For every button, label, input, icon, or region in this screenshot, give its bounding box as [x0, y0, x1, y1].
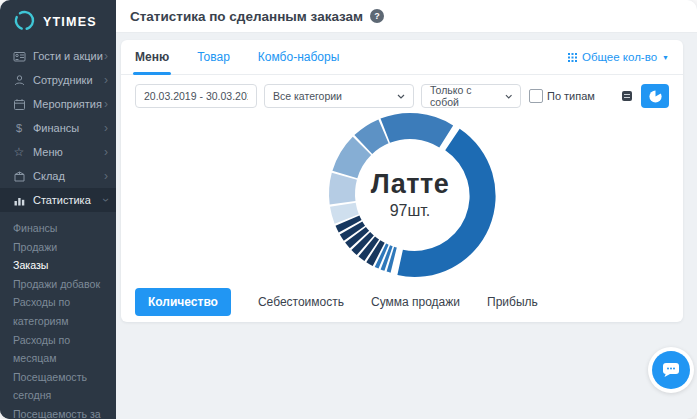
logo-icon: [13, 9, 36, 36]
tab-combo-sets[interactable]: Комбо-наборы: [258, 40, 339, 74]
submenu-item-expenses-by-category[interactable]: Расходы по категориям: [0, 293, 116, 330]
chevron-right-icon: ›: [104, 98, 108, 110]
chat-fab-ring: [648, 347, 694, 393]
submenu-item-finances[interactable]: Финансы: [0, 219, 116, 238]
pie-chart-icon: [648, 89, 663, 104]
date-range-input[interactable]: [135, 84, 257, 108]
sidebar-item-events[interactable]: Мероприятия ›: [0, 92, 116, 116]
grid-icon: [568, 53, 577, 62]
statistics-card: Меню Товар Комбо-наборы Общее кол-во ▼ В…: [121, 40, 683, 322]
metric-tab-quantity[interactable]: Количество: [135, 288, 231, 316]
total-count-label: Общее кол-во: [582, 51, 657, 63]
donut-chart[interactable]: Латте 97шт.: [310, 94, 510, 294]
metric-tab-profit[interactable]: Прибыль: [487, 295, 538, 309]
table-view-button[interactable]: [622, 91, 632, 101]
chevron-right-icon: ›: [104, 74, 108, 86]
chat-button[interactable]: [652, 351, 690, 389]
submenu-item-addon-sales[interactable]: Продажи добавок: [0, 275, 116, 294]
chevron-right-icon: ›: [104, 122, 108, 134]
checkbox-box[interactable]: [529, 89, 543, 103]
logo-text: YTIMES: [43, 15, 97, 29]
metric-tab-cost[interactable]: Себестоимость: [258, 295, 344, 309]
page-header: Статистика по сделанным заказам ?: [116, 0, 697, 33]
stats-icon: [12, 193, 26, 207]
submenu-item-sales[interactable]: Продажи: [0, 238, 116, 257]
sidebar-item-guests[interactable]: Гости и акции ›: [0, 44, 116, 68]
tab-bar: Меню Товар Комбо-наборы Общее кол-во ▼: [121, 40, 683, 75]
warehouse-icon: [12, 169, 26, 183]
total-count-dropdown[interactable]: Общее кол-во ▼: [568, 51, 669, 63]
submenu-item-attendance-today[interactable]: Посещаемость сегодня: [0, 368, 116, 405]
sidebar-item-statistics[interactable]: Статистика ›: [0, 188, 116, 212]
chevron-right-icon: ›: [104, 146, 108, 158]
metric-tab-sales-sum[interactable]: Сумма продажи: [371, 295, 460, 309]
page-title: Статистика по сделанным заказам: [130, 9, 363, 24]
sidebar-item-menu[interactable]: ☆ Меню ›: [0, 140, 116, 164]
app-window: YTIMES Гости и акции › Сотрудники › Меро…: [0, 0, 697, 419]
submenu-item-expenses-by-month[interactable]: Расходы по месяцам: [0, 331, 116, 368]
events-icon: [12, 97, 26, 111]
chevron-right-icon: ›: [104, 50, 108, 62]
logo[interactable]: YTIMES: [0, 0, 116, 44]
finance-icon: $: [12, 121, 26, 135]
submenu-item-attendance-all-time[interactable]: Посещаемость за все время: [0, 405, 116, 419]
caret-down-icon: ▼: [662, 54, 669, 61]
sidebar-item-employees[interactable]: Сотрудники ›: [0, 68, 116, 92]
employees-icon: [12, 73, 26, 87]
chevron-down-icon: ›: [100, 198, 112, 202]
pie-chart-view-button[interactable]: [641, 84, 669, 108]
menu-icon: ☆: [12, 145, 26, 159]
chat-bubble-icon: [662, 362, 680, 378]
statistics-submenu: Финансы Продажи Заказы Продажи добавок Р…: [0, 212, 116, 419]
sidebar-item-finance[interactable]: $ Финансы ›: [0, 116, 116, 140]
help-icon[interactable]: ?: [370, 9, 384, 23]
metric-tab-bar: Количество Себестоимость Сумма продажи П…: [121, 281, 683, 322]
chevron-right-icon: ›: [104, 170, 108, 182]
guests-icon: [12, 49, 26, 63]
donut-chart-area: Латте 97шт.: [121, 108, 683, 288]
submenu-item-orders[interactable]: Заказы: [0, 256, 116, 275]
sidebar-item-warehouse[interactable]: Склад ›: [0, 164, 116, 188]
sidebar: YTIMES Гости и акции › Сотрудники › Меро…: [0, 0, 116, 419]
checkbox-label: По типам: [547, 90, 595, 102]
tab-menu[interactable]: Меню: [135, 40, 169, 74]
tab-product[interactable]: Товар: [197, 40, 230, 74]
by-types-checkbox[interactable]: По типам: [529, 89, 595, 103]
